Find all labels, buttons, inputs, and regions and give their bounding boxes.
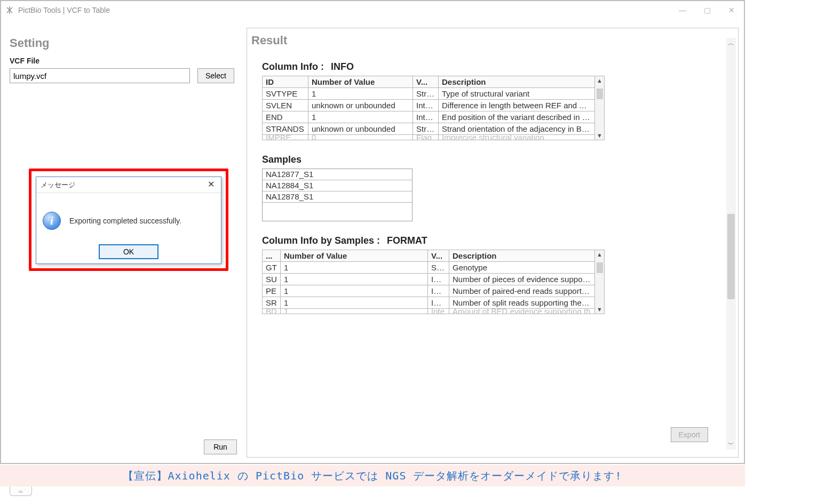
table-cell: SR [263,297,281,309]
scroll-down-icon: ▼ [597,132,602,139]
bottom-tab-icon: ∞ [10,486,32,496]
table-cell: End position of the variant described in… [439,111,595,123]
info-table: ID Number of Value V... Description SVTY… [262,76,595,140]
format-th-vtype[interactable]: V... [428,250,449,262]
table-cell: PE [263,285,281,297]
result-panel: Result Column Info : INFO ID Number of V… [247,28,739,458]
scroll-up-icon: ▲ [597,77,602,84]
table-row[interactable]: SVLENunknown or unboundedInteg...Differe… [263,100,595,111]
maximize-button[interactable]: ▢ [695,1,719,19]
titlebar: PictBio Tools | VCF to Table — ▢ ✕ [1,1,744,19]
table-cell: SVTYPE [263,88,308,100]
table-row[interactable]: PE1Inte...Number of paired-end reads sup… [263,285,595,297]
table-cell: 1 [281,309,428,314]
table-cell: Inte... [428,297,449,309]
table-cell: Amount of BED evidence supporting th [449,309,595,314]
table-cell: Number of paired-end reads supporting ..… [449,285,595,297]
samples-list[interactable]: NA12877_S1NA12884_S1NA12878_S1 [262,169,412,221]
dialog-titlebar: メッセージ ✕ [36,177,221,193]
table-cell: SU [263,274,281,285]
info-table-shell: ID Number of Value V... Description SVTY… [262,76,605,140]
format-th-id[interactable]: ... [263,250,281,262]
info-th-vtype[interactable]: V... [413,76,439,88]
table-cell: SVLEN [263,100,308,111]
info-scrollbar[interactable]: ▲ ▼ [595,76,605,140]
select-file-button[interactable]: Select [197,68,234,83]
table-row[interactable]: SR1Inte...Number of split reads supporti… [263,297,595,309]
table-cell: Strand orientation of the adjacency in B… [439,123,595,135]
message-dialog: メッセージ ✕ i Exporting completed successful… [36,177,221,264]
result-title: Result [251,34,723,47]
info-icon: i [43,212,61,230]
dialog-highlight: メッセージ ✕ i Exporting completed successful… [29,169,228,271]
table-cell: BD [263,309,281,314]
result-scrollbar[interactable]: ︿ ﹀ [726,38,736,450]
table-cell: Integ... [413,100,439,111]
table-cell: 0 [308,135,413,140]
scroll-down-icon: ﹀ [728,440,734,449]
table-row[interactable]: SU1Inte...Number of pieces of evidence s… [263,274,595,285]
dialog-message: Exporting completed successfully. [69,217,181,225]
format-scrollbar[interactable]: ▲ ▼ [595,250,605,314]
minimize-button[interactable]: — [670,1,695,19]
table-row[interactable]: GT1Stri...Genotype [263,262,595,274]
table-row[interactable]: END1Integ...End position of the variant … [263,111,595,123]
table-row[interactable]: BD1InteAmount of BED evidence supporting… [263,309,595,314]
table-cell: 1 [308,111,413,123]
scroll-thumb[interactable] [727,214,735,299]
scroll-up-icon: ︿ [728,39,734,47]
list-item[interactable]: NA12878_S1 [263,191,412,203]
table-cell: unknown or unbounded [308,100,413,111]
info-section-title: Column Info : INFO [262,61,723,73]
table-cell: Flag [413,135,439,140]
table-cell: 1 [281,297,428,309]
table-cell: Integ... [413,111,439,123]
samples-title: Samples [262,154,723,165]
table-cell: Inte... [428,274,449,285]
format-th-num[interactable]: Number of Value [281,250,428,262]
info-th-id[interactable]: ID [263,76,308,88]
table-cell: END [263,111,308,123]
table-cell: Type of structural variant [439,88,595,100]
table-cell: unknown or unbounded [308,123,413,135]
table-cell: Stri... [428,262,449,274]
list-item[interactable]: NA12884_S1 [263,180,412,191]
table-cell: String [413,123,439,135]
format-th-desc[interactable]: Description [449,250,595,262]
table-cell: Genotype [449,262,595,274]
setting-title: Setting [10,36,240,50]
app-window: PictBio Tools | VCF to Table — ▢ ✕ Setti… [0,0,745,464]
scroll-thumb[interactable] [597,262,603,273]
table-row[interactable]: SVTYPE1StringType of structural variant [263,88,595,100]
table-cell: GT [263,262,281,274]
vcf-file-label: VCF File [10,57,240,65]
vcf-file-input[interactable] [10,68,190,83]
table-cell: IMPRECISE [263,135,308,140]
table-cell: 1 [281,262,428,274]
table-cell: Imprecise structural variation [439,135,595,140]
list-item[interactable]: NA12877_S1 [263,169,412,180]
table-row[interactable]: STRANDSunknown or unboundedStringStrand … [263,123,595,135]
format-section-title: Column Info by Samples : FORMAT [262,235,723,246]
export-button[interactable]: Export [671,427,708,442]
table-cell: Inte... [428,285,449,297]
format-table: ... Number of Value V... Description GT1… [262,250,595,314]
table-row[interactable]: IMPRECISE0FlagImprecise structural varia… [263,135,595,140]
info-th-desc[interactable]: Description [439,76,595,88]
table-cell: Number of split reads supporting the va.… [449,297,595,309]
run-button[interactable]: Run [204,439,237,454]
table-cell: 1 [308,88,413,100]
table-cell: Inte [428,309,449,314]
dialog-ok-button[interactable]: OK [99,244,158,259]
table-cell: Number of pieces of evidence supportin..… [449,274,595,285]
table-cell: 1 [281,274,428,285]
list-item-empty [263,203,412,221]
footer-banner: 【宣伝】Axiohelix の PictBio サービスでは NGS データ解析… [0,465,745,486]
scroll-down-icon: ▼ [597,306,602,313]
dialog-close-button[interactable]: ✕ [204,179,218,189]
info-th-num[interactable]: Number of Value [308,76,413,88]
table-cell: 1 [281,285,428,297]
close-window-button[interactable]: ✕ [719,1,744,19]
format-table-shell: ... Number of Value V... Description GT1… [262,250,605,314]
scroll-thumb[interactable] [597,89,603,99]
